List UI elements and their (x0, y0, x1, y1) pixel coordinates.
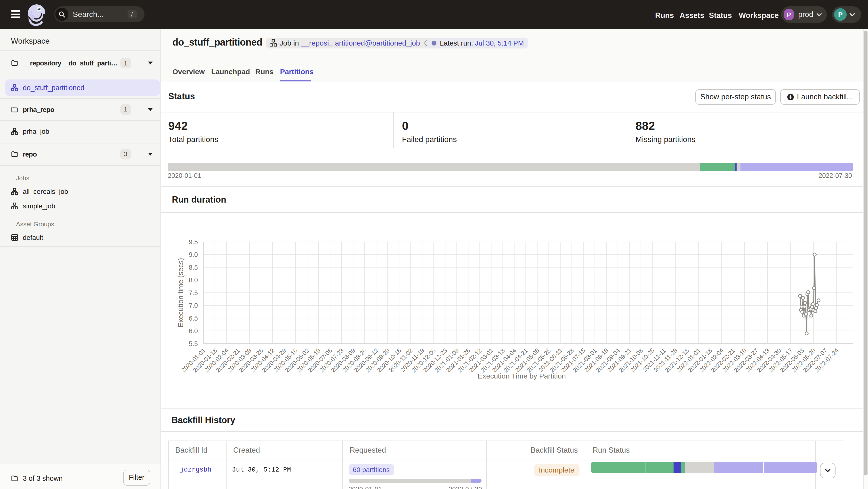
svg-text:9.0: 9.0 (188, 251, 197, 258)
svg-text:5.5: 5.5 (188, 340, 197, 348)
svg-text:Execution time (secs): Execution time (secs) (176, 258, 184, 328)
svg-text:8.5: 8.5 (188, 264, 197, 271)
svg-text:8.0: 8.0 (188, 276, 197, 284)
svg-text:6.5: 6.5 (188, 315, 197, 322)
svg-text:9.5: 9.5 (188, 238, 197, 246)
svg-text:7.5: 7.5 (188, 289, 197, 297)
svg-text:7.0: 7.0 (188, 302, 197, 309)
svg-text:6.0: 6.0 (188, 327, 197, 335)
svg-text:Execution Time by Partition: Execution Time by Partition (477, 372, 566, 380)
